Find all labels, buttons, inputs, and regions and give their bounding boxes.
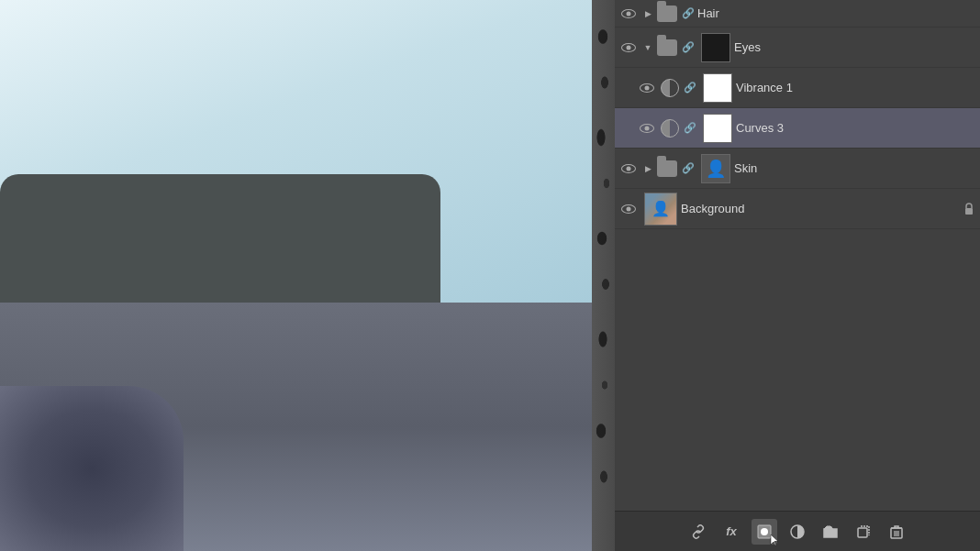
layer-name: Skin xyxy=(734,161,976,175)
layer-row[interactable]: 🔗 Vibrance 1 xyxy=(615,68,980,108)
layers-panel: ▶ 🔗 Hair ▼ 🔗 Eyes 🔗 Vibrance 1 xyxy=(615,0,980,551)
visibility-toggle[interactable] xyxy=(637,118,657,138)
canvas-dark-element xyxy=(0,174,440,303)
eye-icon xyxy=(621,43,636,52)
expand-arrow[interactable]: ▶ xyxy=(640,159,655,179)
layers-list: ▶ 🔗 Hair ▼ 🔗 Eyes 🔗 Vibrance 1 xyxy=(615,0,980,511)
create-layer-button[interactable] xyxy=(851,519,876,545)
folder-icon xyxy=(657,160,677,177)
visibility-toggle[interactable] xyxy=(618,38,639,58)
adjustment-icon xyxy=(661,119,679,138)
fx-label: fx xyxy=(726,524,737,538)
visibility-toggle[interactable] xyxy=(637,78,657,98)
svg-rect-5 xyxy=(858,528,867,537)
lock-icon xyxy=(962,202,976,216)
link-icon: 🔗 xyxy=(683,121,697,136)
eye-icon xyxy=(640,83,654,93)
create-group-button[interactable] xyxy=(818,519,843,545)
water-drops-decoration xyxy=(592,0,615,551)
layer-row[interactable]: ▶ 🔗 👤 Skin xyxy=(615,149,980,189)
layer-name: Curves 3 xyxy=(736,121,976,135)
layer-name: Hair xyxy=(697,6,976,20)
layer-name: Vibrance 1 xyxy=(736,81,976,94)
canvas-blob xyxy=(0,386,184,551)
link-icon: 🔗 xyxy=(681,6,696,21)
eye-icon xyxy=(621,9,636,18)
eye-icon xyxy=(621,164,636,173)
layer-style-button[interactable]: fx xyxy=(718,519,744,545)
adjustment-icon xyxy=(661,79,679,97)
folder-icon xyxy=(657,6,677,22)
visibility-toggle[interactable] xyxy=(618,4,639,24)
canvas-top xyxy=(0,0,592,303)
layer-row[interactable]: ▶ 🔗 Hair xyxy=(615,0,980,28)
link-layers-button[interactable] xyxy=(685,519,711,545)
layer-row[interactable]: ▼ 🔗 Eyes xyxy=(615,28,980,68)
eye-icon xyxy=(621,204,636,214)
layer-thumbnail xyxy=(644,193,677,226)
link-icon: 🔗 xyxy=(681,40,696,55)
visibility-toggle[interactable] xyxy=(618,199,639,219)
link-icon: 🔗 xyxy=(683,81,697,95)
link-icon: 🔗 xyxy=(681,161,696,176)
layer-thumbnail xyxy=(701,33,730,62)
folder-icon xyxy=(657,39,677,56)
scroll-divider[interactable] xyxy=(592,0,615,551)
canvas-area xyxy=(0,0,592,551)
layer-thumbnail xyxy=(703,73,732,103)
layer-row[interactable]: 🔗 Curves 3 xyxy=(615,108,980,149)
create-adjustment-button[interactable] xyxy=(785,519,810,545)
expand-arrow[interactable]: ▶ xyxy=(640,4,655,24)
add-mask-button[interactable] xyxy=(752,519,777,545)
layer-name: Background xyxy=(681,202,962,215)
eye-icon xyxy=(640,124,654,133)
scroll-track xyxy=(592,0,615,551)
delete-layer-button[interactable] xyxy=(884,519,909,545)
svg-point-2 xyxy=(761,528,768,535)
layer-thumbnail xyxy=(703,114,732,143)
layer-name: Eyes xyxy=(734,40,976,54)
expand-arrow[interactable]: ▼ xyxy=(640,38,655,58)
layer-thumbnail: 👤 xyxy=(701,154,730,183)
visibility-toggle[interactable] xyxy=(618,159,639,179)
svg-rect-0 xyxy=(965,208,973,215)
canvas-bottom xyxy=(0,303,592,551)
bottom-toolbar: fx xyxy=(615,511,980,551)
layer-row[interactable]: Background xyxy=(615,189,980,229)
